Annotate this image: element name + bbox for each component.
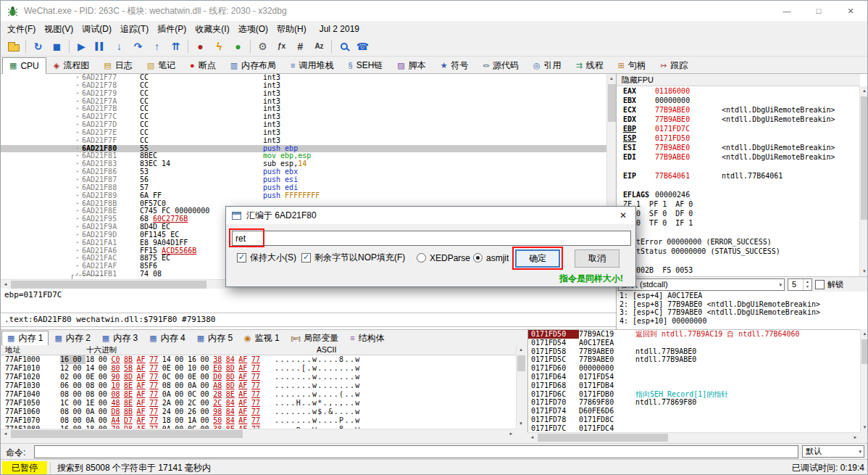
stack-row[interactable]: 0171FD74D60FE6D6 bbox=[528, 407, 860, 416]
scroll-thumb[interactable] bbox=[861, 96, 868, 220]
stack-row[interactable]: 0171FD5877B9ABE0ntdll.77B9ABE0 bbox=[528, 347, 860, 356]
menu-item[interactable]: 选项(O) bbox=[234, 22, 272, 36]
register-row[interactable]: EAX01186000 bbox=[617, 86, 860, 96]
tab-memory-2[interactable]: ▦内存 2 bbox=[49, 331, 96, 346]
register-row[interactable]: OF 0 SF 0 DF 0 bbox=[617, 209, 860, 218]
argument-row[interactable]: 4: [esp+10] 00000000 bbox=[617, 317, 860, 326]
dump-row[interactable]: 77AF107008000A00A4D7AF7718001A005084AF77… bbox=[1, 416, 516, 425]
search-icon[interactable] bbox=[335, 38, 353, 55]
execute-till-return-icon[interactable]: ↑ bbox=[148, 38, 166, 55]
run-to-user-code-icon[interactable]: ⇈ bbox=[167, 38, 185, 55]
stack-hscrollbar[interactable]: ◄ ► bbox=[527, 432, 860, 442]
ok-button[interactable]: 确定 bbox=[515, 249, 560, 268]
tab-memory-1[interactable]: ▦内存 1 bbox=[1, 331, 49, 346]
stack-row[interactable]: 0171FD780171FD8C bbox=[528, 416, 860, 424]
open-file-icon[interactable] bbox=[4, 38, 22, 55]
register-row[interactable] bbox=[617, 256, 860, 265]
tab-notes[interactable]: ▧笔记 bbox=[140, 57, 183, 74]
maximize-button[interactable]: □ bbox=[803, 1, 835, 21]
patch-icon[interactable]: ϟ bbox=[210, 38, 228, 55]
scroll-right-icon[interactable]: ► bbox=[851, 433, 860, 442]
tab-script[interactable]: ▨脚本 bbox=[390, 57, 433, 74]
argument-row[interactable]: 3: [esp+C] 77B9ABE0 <ntdll.DbgUiRemoteBr… bbox=[617, 308, 860, 317]
stack-vscrollbar[interactable]: ▲ ▼ bbox=[860, 329, 868, 432]
register-row[interactable]: EFLAGS00000246 bbox=[617, 190, 860, 199]
step-over-icon[interactable]: ↷ bbox=[129, 38, 147, 55]
restart-icon[interactable]: ↻ bbox=[29, 38, 47, 55]
tab-threads[interactable]: ⇉线程 bbox=[569, 57, 611, 74]
scroll-up-icon[interactable]: ▲ bbox=[607, 74, 616, 83]
dialog-title-bar[interactable]: 汇编于 6AD21F80 ✕ bbox=[226, 207, 635, 224]
calculator-icon[interactable]: # bbox=[291, 38, 309, 55]
stack-row[interactable]: 0171FD7077869F80ntdll.77869F80 bbox=[528, 398, 860, 407]
tab-source[interactable]: <>源代码 bbox=[476, 57, 526, 74]
scroll-up-icon[interactable]: ▲ bbox=[860, 86, 868, 96]
register-row[interactable]: GS 002B FS 0053 bbox=[617, 265, 860, 275]
dump-row[interactable]: 77AF102002000E00908DAF770C000E00D08DAF77… bbox=[1, 373, 516, 381]
assemble-instruction-input[interactable] bbox=[232, 231, 631, 246]
dump-row[interactable]: 77AF103006000800108EAF7708000A00A88DAF77… bbox=[1, 381, 516, 390]
stack-row[interactable]: 0171FD6C0171FDB0指向SEH_Record[1]的指针 bbox=[528, 390, 860, 399]
close-button[interactable]: ✕ bbox=[835, 1, 867, 21]
tab-graph[interactable]: ◈流程图 bbox=[46, 57, 96, 74]
settings-icon[interactable]: ⚙ bbox=[254, 38, 272, 55]
menu-item[interactable]: 视图(V) bbox=[40, 22, 78, 36]
tab-cpu[interactable]: ▦CPU bbox=[2, 57, 46, 74]
cancel-button[interactable]: 取消 bbox=[575, 249, 619, 268]
minimize-button[interactable]: — bbox=[771, 1, 803, 21]
pause-icon[interactable]: ▌▌ bbox=[91, 38, 109, 55]
tab-memory-5[interactable]: ▦内存 5 bbox=[191, 331, 238, 346]
stack-pane[interactable]: 0171FD5077B9AC19返回到 ntdll.77B9AC19 自 ntd… bbox=[527, 329, 860, 432]
tab-symbols[interactable]: ★符号 bbox=[433, 57, 476, 74]
register-row[interactable]: ESP0171FD50 bbox=[617, 133, 860, 143]
register-row[interactable]: EBX00000000 bbox=[617, 96, 860, 105]
font-icon[interactable]: Az bbox=[310, 38, 328, 55]
register-row[interactable]: ECX77B9ABE0<ntdll.DbgUiRemoteBreakin> bbox=[617, 105, 860, 115]
register-row[interactable]: CF 0 TF 0 IF 1 bbox=[617, 218, 860, 228]
tab-breakpoints[interactable]: ●断点 bbox=[183, 57, 223, 74]
dump-pane[interactable]: 77AF100016001800C08BAF77140016003884AF77… bbox=[1, 355, 516, 429]
scroll-thumb[interactable] bbox=[861, 339, 868, 364]
disasm-row[interactable]: •6AD21F896A FFpush FFFFFFFF bbox=[1, 192, 606, 200]
scroll-thumb[interactable] bbox=[608, 84, 616, 122]
stack-row[interactable]: 0171FD7C0171FDC4 bbox=[528, 424, 860, 432]
tab-seh[interactable]: §SEH链 bbox=[341, 57, 391, 74]
dump-row[interactable]: 77AF104008000800088EAF770A000C00288EAF77… bbox=[1, 390, 516, 399]
scroll-down-icon[interactable]: ▼ bbox=[860, 267, 868, 276]
scroll-down-icon[interactable]: ▼ bbox=[517, 419, 525, 429]
stop-icon[interactable]: ◼ bbox=[48, 38, 66, 55]
argument-count-spinner[interactable]: 5 ▲ ▼ bbox=[788, 278, 812, 291]
stack-row[interactable]: 0171FD640171FD54 bbox=[528, 373, 860, 381]
scroll-thumb[interactable] bbox=[11, 430, 243, 438]
register-row[interactable]: EIP77B64061ntdll.77B64061 bbox=[617, 171, 860, 181]
disasm-row[interactable]: •6AD21F79CCint3 bbox=[1, 90, 606, 98]
register-row[interactable]: EDI77B9ABE0<ntdll.DbgUiRemoteBreakin> bbox=[617, 152, 860, 162]
registers-vscrollbar[interactable]: ▲ ▼ bbox=[859, 86, 868, 276]
register-row[interactable]: LastStatus 00000000 (STATUS_SUCCESS) bbox=[617, 247, 860, 256]
command-mode-select[interactable]: 默认 ▾ bbox=[802, 445, 864, 458]
stack-row[interactable]: 0171FD5077B9AC19返回到 ntdll.77B9AC19 自 ntd… bbox=[528, 330, 860, 339]
tab-log[interactable]: ▤日志 bbox=[96, 57, 139, 74]
keep-size-checkbox[interactable] bbox=[237, 253, 246, 263]
tab-handles[interactable]: ⊞句柄 bbox=[611, 57, 653, 74]
tab-locals[interactable]: [x=]局部变量 bbox=[285, 331, 344, 346]
spin-down-icon[interactable]: ▼ bbox=[803, 284, 811, 290]
dump-hscrollbar[interactable]: ◄ ► bbox=[1, 429, 516, 438]
scroll-right-icon[interactable]: ► bbox=[506, 429, 516, 438]
nop-fill-checkbox[interactable] bbox=[301, 253, 311, 263]
scroll-up-icon[interactable]: ▲ bbox=[861, 329, 868, 339]
tab-memory-map[interactable]: ▥内存布局 bbox=[223, 57, 283, 74]
tab-memory-3[interactable]: ▦内存 3 bbox=[96, 331, 143, 346]
argument-row[interactable]: 1: [esp+4] A0C17EEA bbox=[617, 292, 860, 300]
tab-call-stack[interactable]: ≡调用堆栈 bbox=[283, 57, 341, 74]
comment-icon[interactable]: ● bbox=[229, 38, 247, 55]
tab-references[interactable]: ◎引用 bbox=[526, 57, 569, 74]
notify-icon[interactable]: ☎ bbox=[354, 38, 372, 55]
scroll-thumb[interactable] bbox=[11, 281, 206, 289]
scroll-left-icon[interactable]: ◄ bbox=[1, 429, 10, 438]
menu-item[interactable]: 追踪(T) bbox=[116, 22, 153, 36]
argument-row[interactable]: 2: [esp+8] 77B9ABE0 <ntdll.DbgUiRemoteBr… bbox=[617, 300, 860, 309]
dump-row[interactable]: 77AF101012001400805BAF770E001000E08DAF77… bbox=[1, 364, 516, 373]
scroll-left-icon[interactable]: ◄ bbox=[1, 280, 10, 289]
register-row[interactable] bbox=[617, 228, 860, 237]
